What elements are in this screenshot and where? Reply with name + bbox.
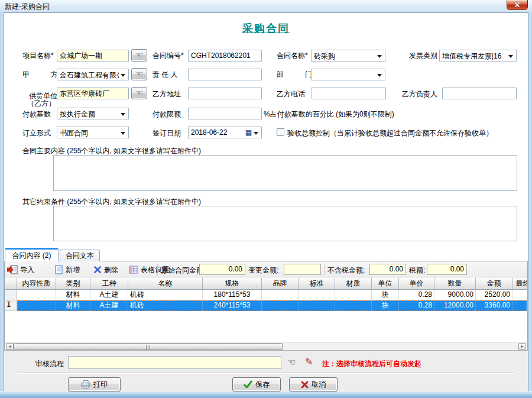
table-cell[interactable] bbox=[335, 290, 372, 300]
tab-contract-content[interactable]: 合同内容 (2) bbox=[5, 248, 59, 261]
party-a-select[interactable]: 金石建筑工程有限公 bbox=[57, 69, 129, 80]
horizontal-scrollbar[interactable]: ◄ ► bbox=[5, 342, 527, 351]
row-cells[interactable]: 材料A土建机砖180*115*53块0.289000.002520.00 bbox=[17, 290, 527, 300]
table-row[interactable]: 材料A土建机砖240*115*53块0.2812000.003360.00 bbox=[5, 300, 527, 311]
add-button[interactable]: 新增 bbox=[54, 263, 80, 276]
project-name-input[interactable] bbox=[57, 50, 129, 62]
scrollbar-thumb[interactable] bbox=[14, 343, 283, 350]
grid-column-header[interactable]: 品牌 bbox=[262, 278, 299, 290]
selected-row-cells[interactable]: 材料A土建机砖240*115*53块0.2812000.003360.00 bbox=[17, 300, 527, 311]
contract-form-label: 订立形式 bbox=[22, 128, 51, 138]
contract-name-label: 合同名称* bbox=[277, 50, 308, 61]
party-b-address-label: 乙方地址 bbox=[153, 89, 181, 99]
table-cell[interactable]: 机砖 bbox=[128, 300, 203, 311]
party-b-phone-input[interactable] bbox=[312, 88, 386, 99]
table-cell[interactable] bbox=[335, 300, 372, 311]
chevron-down-icon bbox=[121, 132, 125, 137]
scroll-left-button[interactable]: ◄ bbox=[6, 343, 14, 350]
grid-column-header[interactable]: 单位 bbox=[372, 278, 399, 290]
review-picker-hand-icon[interactable]: ☜ bbox=[287, 357, 296, 368]
table-cell[interactable]: 2520.00 bbox=[476, 290, 512, 300]
table-cell[interactable] bbox=[17, 300, 56, 311]
close-button[interactable] bbox=[507, 0, 528, 10]
grid-column-header[interactable]: 内容性质 bbox=[17, 278, 56, 290]
print-button[interactable]: 打印 bbox=[68, 377, 121, 391]
table-cell[interactable] bbox=[299, 290, 335, 300]
table-cell[interactable]: 0.28 bbox=[399, 290, 434, 300]
grid-column-header[interactable]: 数量 bbox=[434, 278, 476, 290]
table-cell[interactable]: 机砖 bbox=[128, 290, 203, 300]
project-picker-button[interactable]: ☜ bbox=[131, 49, 147, 62]
table-cell[interactable] bbox=[299, 300, 335, 311]
chevron-down-icon bbox=[121, 74, 125, 79]
grid-column-header[interactable]: 最终数量 bbox=[512, 278, 527, 290]
table-cell[interactable]: 9000.00 bbox=[434, 290, 476, 300]
import-button[interactable]: 导入 bbox=[7, 263, 34, 276]
scroll-right-button[interactable]: ► bbox=[518, 343, 526, 350]
acceptance-control-checkbox[interactable] bbox=[277, 128, 284, 136]
contract-no-input[interactable] bbox=[188, 50, 262, 62]
title-bar[interactable]: 新建-采购合同 bbox=[0, 0, 532, 12]
grid-column-header[interactable]: 类别 bbox=[56, 278, 90, 290]
grid-column-header[interactable]: 名称 bbox=[128, 278, 203, 290]
tab-contract-text[interactable]: 合同文本 bbox=[60, 250, 100, 261]
purchase-contract-dialog: { "window": { "title": "新建-采购合同" }, "pag… bbox=[0, 0, 532, 398]
cancel-x-icon bbox=[301, 381, 309, 389]
table-row[interactable]: 材料A土建机砖180*115*53块0.289000.002520.00 bbox=[5, 290, 527, 300]
review-flow-input[interactable] bbox=[68, 356, 281, 369]
contract-name-select[interactable]: 砖采购 bbox=[311, 50, 385, 62]
party-b-manager-input[interactable] bbox=[442, 88, 517, 99]
table-cell[interactable]: A土建 bbox=[90, 290, 128, 300]
table-cell[interactable] bbox=[512, 300, 527, 311]
table-cell[interactable] bbox=[512, 290, 527, 300]
table-cell[interactable]: 0.28 bbox=[399, 300, 434, 311]
cancel-button[interactable]: 取消 bbox=[289, 377, 338, 391]
department-select[interactable] bbox=[311, 69, 385, 80]
table-cell[interactable]: 180*115*53 bbox=[203, 290, 262, 300]
grid-column-header[interactable]: 规格△ bbox=[203, 278, 262, 290]
footer-divider bbox=[18, 373, 514, 374]
other-terms-textarea[interactable] bbox=[53, 206, 517, 241]
table-cell[interactable]: 块 bbox=[372, 290, 399, 300]
table-cell[interactable]: 240*115*53 bbox=[203, 300, 262, 311]
toolbar-separator bbox=[157, 264, 158, 276]
grid-body: 材料A土建机砖180*115*53块0.289000.002520.00材料A土… bbox=[5, 290, 527, 311]
payment-base-select[interactable]: 按执行金额 bbox=[57, 108, 129, 119]
close-icon bbox=[514, 2, 520, 8]
table-cell[interactable]: 材料 bbox=[56, 300, 90, 311]
sign-date-picker[interactable]: 2018-06-22 ▦ bbox=[188, 127, 262, 138]
party-a-picker-button[interactable]: ☜ bbox=[131, 68, 147, 80]
supplier-picker-button[interactable]: ☜ bbox=[131, 87, 147, 99]
save-button[interactable]: 保存 bbox=[232, 377, 281, 391]
grid-header: 内容性质类别工种名称规格△品牌标准材质单位单价数量金额最终数量 bbox=[5, 278, 527, 290]
responsible-input[interactable] bbox=[188, 69, 262, 80]
table-cell[interactable] bbox=[262, 300, 299, 311]
delete-button[interactable]: 删除 bbox=[93, 263, 118, 276]
table-cell[interactable]: 12000.00 bbox=[434, 300, 476, 311]
table-cell[interactable]: 块 bbox=[372, 300, 399, 311]
chevron-down-icon bbox=[377, 74, 382, 79]
chevron-down-icon bbox=[121, 113, 125, 118]
window-bottom-frame bbox=[0, 391, 532, 398]
party-b-address-input[interactable] bbox=[188, 88, 262, 99]
table-cell[interactable] bbox=[17, 290, 56, 300]
table-cell[interactable]: 材料 bbox=[56, 290, 90, 300]
grid-column-header[interactable]: 单价 bbox=[399, 278, 434, 290]
table-cell[interactable] bbox=[262, 290, 299, 300]
grid-column-header[interactable]: 标准 bbox=[299, 278, 335, 290]
payment-limit-input[interactable] bbox=[188, 108, 262, 119]
grid-column-header[interactable]: 金额 bbox=[476, 278, 512, 290]
import-icon bbox=[7, 265, 18, 274]
row-selector[interactable] bbox=[5, 290, 17, 300]
grid-column-header[interactable]: 工种 bbox=[90, 278, 128, 290]
table-cell[interactable]: A土建 bbox=[90, 300, 128, 311]
invoice-type-select[interactable]: 增值税专用发票|16 bbox=[439, 50, 517, 62]
main-content-textarea[interactable] bbox=[53, 155, 517, 191]
contract-form-select[interactable]: 书面合同 bbox=[57, 127, 129, 138]
table-cell[interactable]: 3360.00 bbox=[476, 300, 512, 311]
department-label: 部 门 bbox=[277, 69, 312, 80]
supplier-input[interactable] bbox=[57, 88, 129, 99]
party-b-phone-label: 乙方电话 bbox=[277, 89, 305, 99]
grid-column-header[interactable]: 材质 bbox=[335, 278, 372, 290]
sign-pen-icon[interactable]: ✎ bbox=[305, 357, 313, 367]
